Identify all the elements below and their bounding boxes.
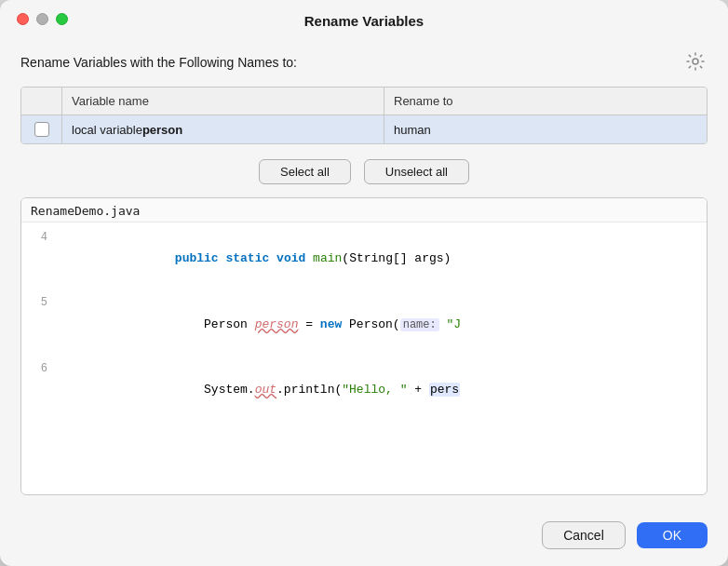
kw-static: static [225,251,269,265]
code-line-4: 4 public static void main(String[] args) [21,226,707,291]
col-rename-to: Rename to [384,88,707,115]
line-content-4: public static void main(String[] args) [59,226,707,291]
line-number-4: 4 [21,228,59,249]
table-row: local variable person human [21,115,707,143]
kw-new: new [320,317,342,331]
str-hello: "Hello, " [342,383,407,397]
settings-icon[interactable] [685,51,708,74]
dialog-content: Rename Variables with the Following Name… [0,38,728,512]
maximize-button[interactable] [56,13,68,25]
minimize-button[interactable] [36,13,48,25]
col-variable-name: Variable name [62,88,384,115]
traffic-lights [17,13,68,25]
dialog-footer: Cancel OK [0,512,728,566]
code-line-6: 6 System.out.println("Hello, " + pers [21,357,707,423]
window-title: Rename Variables [304,13,424,29]
kw-person: person [255,317,299,331]
variables-table: Variable name Rename to local variable p… [20,87,708,144]
ok-button[interactable]: OK [637,522,708,548]
close-button[interactable] [17,13,29,25]
selection-buttons: Select all Unselect all [20,159,708,184]
code-preview: RenameDemo.java 4 public static void mai… [20,197,708,495]
variable-name-prefix: local variable [72,123,142,137]
kw-public: public [175,251,219,265]
pers-highlight: pers [429,383,460,397]
line-content-5: Person person = new Person(name: "J [59,291,707,357]
cancel-button[interactable]: Cancel [542,521,626,549]
titlebar: Rename Variables [0,0,728,38]
line-number-5: 5 [21,293,59,314]
code-body: 4 public static void main(String[] args)… [21,222,707,426]
kw-out: out [255,383,276,397]
hint-name: name: [400,318,439,331]
table-header: Variable name Rename to [21,88,707,115]
code-line-5: 5 Person person = new Person(name: "J [21,291,707,357]
select-all-button[interactable]: Select all [259,159,351,184]
code-filename: RenameDemo.java [21,198,707,222]
rename-variables-dialog: Rename Variables Rename Variables with t… [0,0,728,566]
header-label: Rename Variables with the Following Name… [20,55,297,70]
line-content-6: System.out.println("Hello, " + pers [59,357,707,423]
svg-point-0 [693,59,698,64]
line-number-6: 6 [21,359,59,380]
variable-name-bold: person [142,123,182,137]
row-checkbox-cell[interactable] [21,115,62,143]
unselect-all-button[interactable]: Unselect all [364,159,469,184]
str-j: "J [447,317,462,331]
col-checkbox [21,88,62,115]
row-checkbox[interactable] [34,122,49,137]
kw-void: void [276,251,305,265]
row-variable-name-cell: local variable person [62,115,384,143]
header-row: Rename Variables with the Following Name… [20,51,708,74]
kw-main: main [313,251,342,265]
row-rename-to-cell: human [384,115,707,143]
